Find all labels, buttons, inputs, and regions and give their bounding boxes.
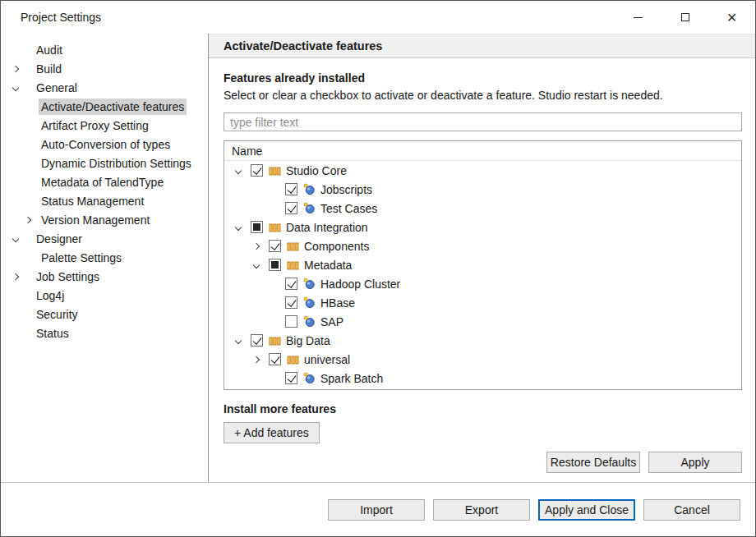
settings-content: Activate/Deactivate features Features al… xyxy=(209,34,755,482)
chevron-down-icon[interactable] xyxy=(12,85,19,91)
sidebar-item-general[interactable]: General xyxy=(1,79,208,98)
cancel-button[interactable]: Cancel xyxy=(643,499,740,521)
chevron-down-icon[interactable] xyxy=(12,236,19,242)
apply-button[interactable]: Apply xyxy=(648,452,742,473)
sidebar-item-label: General xyxy=(34,80,80,96)
chevron-down-icon[interactable] xyxy=(253,261,260,268)
category-icon xyxy=(269,335,281,347)
maximize-button[interactable] xyxy=(662,1,708,34)
filter-input[interactable] xyxy=(224,112,742,131)
category-icon xyxy=(269,165,281,177)
maximize-icon xyxy=(681,13,689,21)
sidebar-item-job-settings[interactable]: Job Settings xyxy=(1,268,208,287)
sidebar-item-designer[interactable]: Designer xyxy=(1,230,208,249)
chevron-right-icon[interactable] xyxy=(12,66,19,72)
chevron-down-icon[interactable] xyxy=(235,223,242,230)
checkbox[interactable] xyxy=(285,183,297,195)
chevron-slot xyxy=(254,357,269,362)
feature-icon xyxy=(303,183,316,195)
sidebar-item-label: Status xyxy=(34,325,71,342)
restore-defaults-button[interactable]: Restore Defaults xyxy=(546,452,640,473)
sidebar-item-auto-conversion-of-types[interactable]: Auto-Conversion of types xyxy=(1,135,208,154)
checkbox[interactable] xyxy=(269,240,281,252)
sidebar-item-status[interactable]: Status xyxy=(1,324,208,343)
chevron-down-icon[interactable] xyxy=(235,337,242,343)
tree-row-data-integration[interactable]: Data Integration xyxy=(224,218,741,236)
sidebar-item-version-management[interactable]: Version Management xyxy=(1,211,208,230)
sidebar-item-label: Activate/Deactivate features xyxy=(39,99,187,115)
minimize-button[interactable] xyxy=(615,1,662,34)
checkbox[interactable] xyxy=(285,296,297,309)
category-icon xyxy=(287,241,299,252)
sidebar-item-status-management[interactable]: Status Management xyxy=(1,192,208,211)
sidebar-item-audit[interactable]: Audit xyxy=(1,41,208,60)
panel-actions: Restore Defaults Apply xyxy=(546,452,742,473)
checkbox[interactable] xyxy=(285,278,297,290)
sidebar-item-log4j[interactable]: Log4j xyxy=(1,287,208,305)
chevron-down-icon[interactable] xyxy=(235,167,242,173)
import-button[interactable]: Import xyxy=(328,499,425,521)
tree-row-label: Jobscripts xyxy=(320,183,372,196)
sidebar-item-metadata-of-talendtype[interactable]: Metadata of TalendType xyxy=(1,173,208,192)
tree-row-metadata[interactable]: Metadata xyxy=(224,255,741,274)
sidebar-item-dynamic-distribution-settings[interactable]: Dynamic Distribution Settings xyxy=(1,154,208,173)
minimize-icon xyxy=(634,17,643,18)
sidebar-item-label: Dynamic Distribution Settings xyxy=(39,155,194,172)
tree-row-jobscripts[interactable]: Jobscripts xyxy=(224,180,741,199)
checkbox[interactable] xyxy=(251,334,263,347)
chevron-right-icon[interactable] xyxy=(253,356,260,362)
features-tree: Name Studio Core Jobscripts Test Cases xyxy=(224,140,742,390)
tree-row-label: Big Data xyxy=(286,334,330,347)
tree-row-universal[interactable]: universal xyxy=(224,350,741,369)
category-icon xyxy=(269,222,281,233)
tree-column-header: Name xyxy=(224,141,741,161)
sidebar-item-palette-settings[interactable]: Palette Settings xyxy=(1,249,208,268)
chevron-right-icon[interactable] xyxy=(25,217,31,223)
tree-row-label: Spark Batch xyxy=(320,372,383,385)
sidebar-item-security[interactable]: Security xyxy=(1,305,208,324)
apply-and-close-button[interactable]: Apply and Close xyxy=(538,499,635,521)
sidebar-item-label: Artifact Proxy Setting xyxy=(39,117,151,134)
feature-icon xyxy=(303,296,316,309)
sidebar-item-label: Palette Settings xyxy=(39,250,124,266)
tree-row-label: Hadoop Cluster xyxy=(320,278,400,291)
chevron-slot xyxy=(236,168,251,173)
checkbox[interactable] xyxy=(285,372,297,384)
checkbox[interactable] xyxy=(269,259,281,271)
add-features-button[interactable]: + Add features xyxy=(224,422,320,443)
checkbox[interactable] xyxy=(251,221,263,233)
tree-row-spark-batch[interactable]: Spark Batch xyxy=(224,369,741,388)
tree-row-hadoop-cluster[interactable]: Hadoop Cluster xyxy=(224,274,741,293)
sidebar-item-label: Security xyxy=(34,306,81,323)
checkbox[interactable] xyxy=(285,202,297,214)
close-button[interactable]: × xyxy=(708,1,755,34)
tree-row-components[interactable]: Components xyxy=(224,236,741,255)
install-more-section-title: Install more features xyxy=(224,402,742,415)
tree-row-studio-core[interactable]: Studio Core xyxy=(224,161,741,180)
window-title: Project Settings xyxy=(1,11,101,24)
tree-row-sap[interactable]: SAP xyxy=(224,312,741,331)
category-icon xyxy=(287,354,299,365)
checkbox[interactable] xyxy=(251,164,263,177)
sidebar-item-artifact-proxy-setting[interactable]: Artifact Proxy Setting xyxy=(1,117,208,135)
tree-row-big-data[interactable]: Big Data xyxy=(224,331,741,350)
tree-row-test-cases[interactable]: Test Cases xyxy=(224,199,741,218)
tree-row-hbase[interactable]: HBase xyxy=(224,293,741,312)
checkbox[interactable] xyxy=(269,353,281,365)
sidebar-item-label: Auto-Conversion of types xyxy=(39,136,173,153)
dialog-footer: Import Export Apply and Close Cancel xyxy=(1,482,755,536)
chevron-right-icon[interactable] xyxy=(253,242,260,249)
page-title: Activate/Deactivate features xyxy=(209,34,755,58)
tree-row-label: universal xyxy=(304,353,350,366)
sidebar-item-build[interactable]: Build xyxy=(1,60,208,79)
category-icon xyxy=(287,259,299,271)
export-button[interactable]: Export xyxy=(433,499,530,521)
sidebar-item-label: Build xyxy=(34,61,64,77)
window-controls: × xyxy=(615,1,755,34)
feature-icon xyxy=(303,202,316,214)
tree-row-label: HBase xyxy=(320,296,355,310)
sidebar-item-activate-deactivate-features[interactable]: Activate/Deactivate features xyxy=(1,98,208,117)
chevron-right-icon[interactable] xyxy=(12,273,19,280)
checkbox[interactable] xyxy=(285,315,297,328)
tree-row-label: SAP xyxy=(320,315,343,328)
